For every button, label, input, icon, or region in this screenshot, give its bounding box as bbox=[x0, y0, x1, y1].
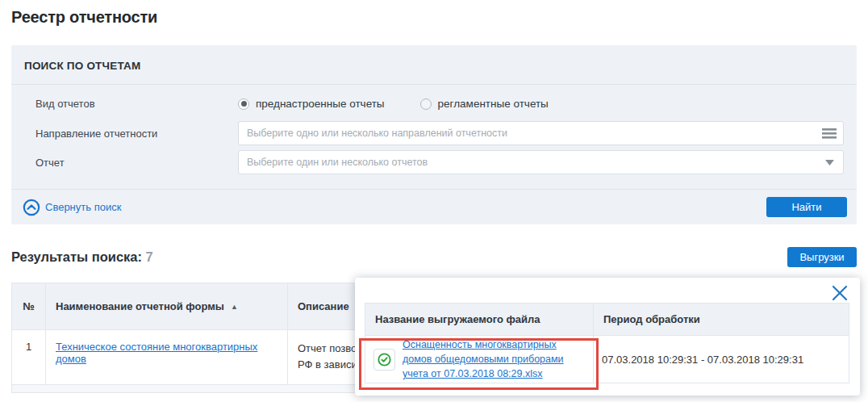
report-form-link[interactable]: Техническое состояние многоквартирных до… bbox=[56, 341, 257, 365]
sort-asc-icon: ▲ bbox=[231, 303, 238, 311]
results-bar: Результаты поиска: 7 Выгрузки bbox=[11, 247, 857, 267]
radio-preconfigured-label: преднастроенные отчеты bbox=[256, 98, 385, 110]
export-file-link[interactable]: Оснащенность многоквартирных домов общед… bbox=[403, 337, 585, 381]
direction-label: Направление отчетности bbox=[24, 128, 238, 140]
direction-input[interactable] bbox=[238, 121, 844, 145]
find-button[interactable]: Найти bbox=[766, 197, 847, 217]
results-label: Результаты поиска: bbox=[11, 249, 142, 264]
export-row: Оснащенность многоквартирных домов общед… bbox=[365, 336, 849, 383]
radio-selected-icon bbox=[238, 98, 249, 110]
column-header-num: № bbox=[12, 283, 46, 330]
collapse-search-label: Свернуть поиск bbox=[45, 201, 121, 213]
search-panel: ПОИСК ПО ОТЧЕТАМ Вид отчетов преднастрое… bbox=[11, 45, 857, 224]
radio-unselected-icon bbox=[420, 98, 432, 110]
radio-preconfigured-reports[interactable]: преднастроенные отчеты bbox=[238, 98, 385, 110]
search-panel-footer: Свернуть поиск Найти bbox=[11, 189, 857, 224]
exports-table-header-row: Название выгружаемого файла Период обраб… bbox=[365, 304, 849, 336]
close-x-icon bbox=[831, 284, 849, 302]
report-select-input[interactable] bbox=[238, 150, 844, 174]
report-type-radio-group: преднастроенные отчеты регламентные отче… bbox=[238, 98, 844, 110]
check-circle-icon bbox=[378, 353, 391, 366]
report-row: Отчет bbox=[24, 150, 844, 174]
collapse-search-link[interactable]: Свернуть поиск bbox=[23, 199, 121, 216]
page-title: Реестр отчетности bbox=[11, 8, 868, 27]
report-label: Отчет bbox=[24, 157, 238, 169]
column-header-file-name: Название выгружаемого файла bbox=[365, 304, 594, 336]
search-panel-title: ПОИСК ПО ОТЧЕТАМ bbox=[24, 60, 140, 72]
hamburger-menu-icon[interactable] bbox=[822, 128, 837, 139]
exports-table: Название выгружаемого файла Период обраб… bbox=[365, 303, 849, 383]
radio-regulated-reports[interactable]: регламентные отчеты bbox=[420, 98, 549, 110]
processing-period: 07.03.2018 10:29:31 - 07.03.2018 10:29:3… bbox=[594, 336, 849, 383]
column-header-period: Период обработки bbox=[594, 304, 849, 336]
search-form: Вид отчетов преднастроенные отчеты регла… bbox=[11, 85, 857, 189]
row-number: 1 bbox=[12, 330, 46, 385]
report-type-row: Вид отчетов преднастроенные отчеты регла… bbox=[24, 98, 844, 110]
search-panel-header: ПОИСК ПО ОТЧЕТАМ bbox=[11, 45, 857, 85]
report-type-label: Вид отчетов bbox=[24, 98, 238, 110]
results-count: 7 bbox=[145, 249, 152, 264]
caret-down-icon[interactable] bbox=[822, 157, 837, 168]
direction-row: Направление отчетности bbox=[24, 121, 844, 145]
status-success-button[interactable] bbox=[373, 349, 395, 371]
column-header-name[interactable]: Наименование отчетной формы▲ bbox=[46, 283, 288, 330]
exports-button[interactable]: Выгрузки bbox=[787, 247, 857, 267]
popup-close-button[interactable] bbox=[829, 283, 850, 304]
radio-regulated-label: регламентные отчеты bbox=[438, 98, 549, 110]
exports-popup: Название выгружаемого файла Период обраб… bbox=[355, 278, 860, 396]
chevron-up-circle-icon bbox=[23, 199, 40, 216]
